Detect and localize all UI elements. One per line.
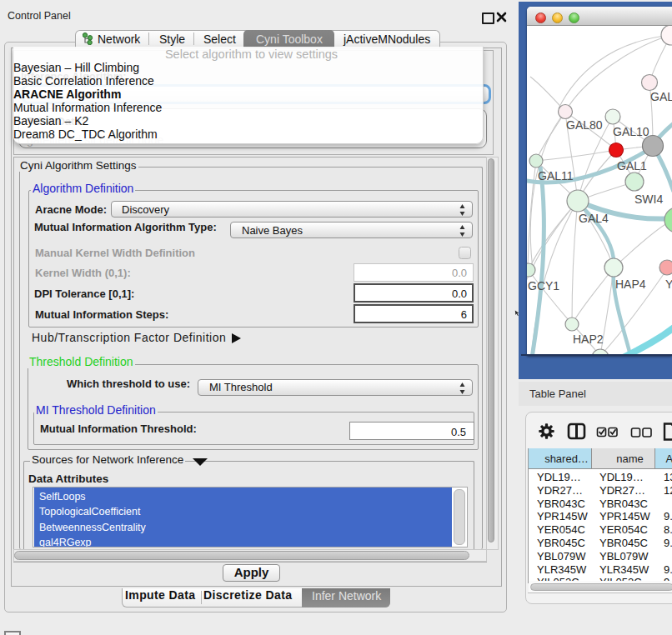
svg-text:YH: YH xyxy=(665,278,672,291)
svg-text:GAL10: GAL10 xyxy=(613,125,649,138)
svg-text:GAL7: GAL7 xyxy=(650,90,672,103)
svg-text:GCY1: GCY1 xyxy=(528,279,559,292)
svg-text:HAP2: HAP2 xyxy=(573,332,604,346)
svg-text:GAL80: GAL80 xyxy=(566,118,603,132)
svg-text:GAL4: GAL4 xyxy=(579,212,609,225)
svg-text:GAL11: GAL11 xyxy=(538,169,574,182)
svg-text:SWI4: SWI4 xyxy=(634,192,663,206)
svg-text:GAL1: GAL1 xyxy=(617,159,647,172)
svg-text:HAP4: HAP4 xyxy=(615,278,646,291)
